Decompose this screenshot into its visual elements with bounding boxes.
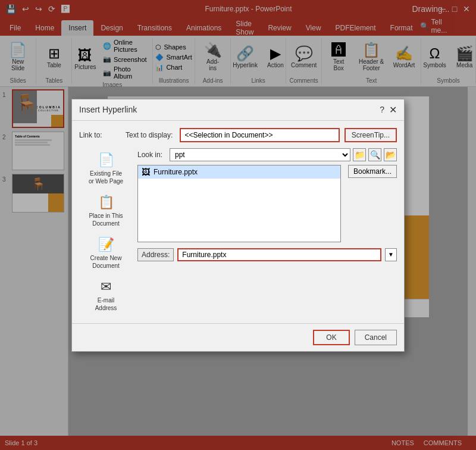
look-in-folder-button[interactable]: 📁 xyxy=(353,148,366,161)
address-label: Address: xyxy=(137,248,174,261)
ok-button[interactable]: OK xyxy=(313,330,349,345)
look-in-select[interactable]: ppt xyxy=(170,148,350,161)
dialog-titlebar: Insert Hyperlink ? ✕ xyxy=(72,99,404,121)
look-in-row: Look in: ppt 📁 🔍 📂 xyxy=(137,148,397,161)
dialog-help-button[interactable]: ? xyxy=(380,105,384,114)
look-in-label: Look in: xyxy=(137,151,167,159)
insert-hyperlink-dialog: Insert Hyperlink ? ✕ Link to: Text to di… xyxy=(71,99,405,352)
dialog-controls: ? ✕ xyxy=(380,104,397,115)
link-type-email[interactable]: ✉ E-mailAddress xyxy=(79,275,133,316)
file-item-name: Furniture.pptx xyxy=(154,168,198,176)
file-area: 🖼 Furniture.pptx Bookmark... xyxy=(137,165,397,246)
dialog-body: Link to: Text to display: ScreenTip... 📄… xyxy=(72,121,404,323)
file-list: 🖼 Furniture.pptx xyxy=(137,165,341,242)
bookmark-button[interactable]: Bookmark... xyxy=(348,165,397,178)
dialog-sidebar: 📄 Existing Fileor Web Page 📋 Place in Th… xyxy=(79,148,133,316)
look-in-refresh-button[interactable]: 🔍 xyxy=(368,148,381,161)
look-in-new-folder-button[interactable]: 📂 xyxy=(384,148,397,161)
address-dropdown-button[interactable]: ▼ xyxy=(385,248,397,261)
link-type-place[interactable]: 📋 Place in ThisDocument xyxy=(79,190,133,232)
new-doc-icon: 📝 xyxy=(98,237,114,252)
email-icon: ✉ xyxy=(101,279,111,295)
text-display-label: Link to: xyxy=(79,131,121,139)
link-type-new-doc[interactable]: 📝 Create NewDocument xyxy=(79,233,133,274)
dialog-footer: OK Cancel xyxy=(72,323,404,351)
new-doc-label: Create NewDocument xyxy=(90,254,122,270)
text-to-display-label: Text to display: xyxy=(126,131,173,139)
address-row: Address: ▼ xyxy=(137,248,397,261)
text-display-input[interactable] xyxy=(180,128,339,142)
link-type-existing[interactable]: 📄 Existing Fileor Web Page xyxy=(79,148,133,189)
text-display-row: Link to: Text to display: ScreenTip... xyxy=(79,128,397,142)
dialog-close-button[interactable]: ✕ xyxy=(389,104,397,115)
address-input[interactable] xyxy=(177,248,381,261)
existing-file-label: Existing Fileor Web Page xyxy=(89,170,123,185)
existing-file-icon: 📄 xyxy=(98,152,114,168)
dialog-overlay: Insert Hyperlink ? ✕ Link to: Text to di… xyxy=(0,0,476,450)
place-doc-icon: 📋 xyxy=(98,195,114,210)
place-doc-label: Place in ThisDocument xyxy=(89,212,123,227)
dialog-title: Insert Hyperlink xyxy=(79,105,137,114)
screentip-button[interactable]: ScreenTip... xyxy=(345,128,397,142)
dialog-main: 📄 Existing Fileor Web Page 📋 Place in Th… xyxy=(79,148,397,316)
cancel-button[interactable]: Cancel xyxy=(355,330,397,345)
email-label: E-mailAddress xyxy=(95,296,117,312)
dialog-content-area: Look in: ppt 📁 🔍 📂 🖼 Fur xyxy=(137,148,397,316)
file-pptx-icon: 🖼 xyxy=(142,167,150,177)
file-item-furniture[interactable]: 🖼 Furniture.pptx xyxy=(138,165,340,179)
file-right-buttons: Bookmark... xyxy=(348,165,397,246)
